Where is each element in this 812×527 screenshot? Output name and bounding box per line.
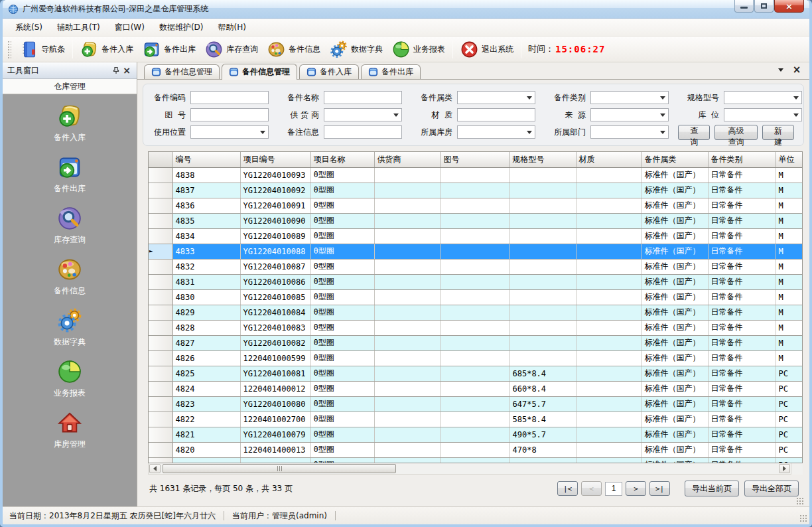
cell-unit[interactable]: PC xyxy=(776,457,802,463)
cell-unit[interactable]: M xyxy=(776,167,802,183)
cell-name[interactable]: 0型圈 xyxy=(310,183,374,198)
last-page-button[interactable]: >| xyxy=(649,481,670,496)
row-header-cell[interactable] xyxy=(149,198,172,213)
cell-supplier[interactable] xyxy=(374,320,440,335)
cell-project_no[interactable]: YG12204010087 xyxy=(240,259,310,274)
close-button[interactable] xyxy=(774,0,804,13)
cell-material[interactable] xyxy=(576,213,642,228)
cell-drawing[interactable] xyxy=(440,198,509,213)
cell-category[interactable]: 标准件（国产） xyxy=(642,335,708,350)
cell-drawing[interactable] xyxy=(440,412,509,427)
horizontal-scroll-track[interactable] xyxy=(161,463,778,474)
column-header[interactable]: 备件类别 xyxy=(708,152,776,167)
cell-spec[interactable] xyxy=(509,305,576,320)
cell-id[interactable]: 4838 xyxy=(172,167,240,183)
cell-spec[interactable] xyxy=(509,198,576,213)
row-header-cell[interactable] xyxy=(149,305,172,320)
cell-supplier[interactable] xyxy=(374,274,440,289)
toolbar-button[interactable]: 备件入库 xyxy=(76,38,138,60)
sidebar-item-parts-info[interactable]: 备件信息 xyxy=(54,257,86,297)
table-row[interactable]: 4825YG122040100810型圈685*8.4标准件（国产）日常备件PC xyxy=(149,366,802,381)
cell-material[interactable] xyxy=(576,427,642,442)
column-header[interactable]: 材质 xyxy=(576,152,642,167)
cell-drawing[interactable] xyxy=(440,366,509,381)
cell-material[interactable] xyxy=(576,244,642,259)
cell-unit[interactable]: M xyxy=(776,289,802,305)
cell-drawing[interactable] xyxy=(440,427,509,442)
cell-material[interactable] xyxy=(576,320,642,335)
cell-type[interactable]: 日常备件 xyxy=(708,289,776,305)
toolbar-button[interactable]: 备件信息 xyxy=(263,38,325,60)
cell-supplier[interactable] xyxy=(374,167,440,183)
cell-drawing[interactable] xyxy=(440,289,509,305)
cell-project_no[interactable]: YG12204010084 xyxy=(240,305,310,320)
cell-spec[interactable]: 647*5.7 xyxy=(509,396,576,412)
cell-category[interactable]: 标准件（国产） xyxy=(642,183,708,198)
cell-category[interactable]: 标准件（国产） xyxy=(642,457,708,463)
cell-project_no[interactable]: YG12204010089 xyxy=(240,228,310,244)
cell-spec[interactable] xyxy=(509,457,576,463)
cell-category[interactable]: 标准件（国产） xyxy=(642,305,708,320)
cell-type[interactable]: 日常备件 xyxy=(708,213,776,228)
cell-unit[interactable]: PC xyxy=(776,442,802,457)
cell-supplier[interactable] xyxy=(374,183,440,198)
cell-unit[interactable]: M xyxy=(776,228,802,244)
pin-icon[interactable] xyxy=(111,65,121,76)
cell-supplier[interactable] xyxy=(374,350,440,366)
table-row[interactable]: 4829YG122040100840型圈标准件（国产）日常备件M xyxy=(149,305,802,320)
tab-list-dropdown-icon[interactable] xyxy=(776,65,785,74)
sidebar-item-warehouse[interactable]: 库房管理 xyxy=(54,410,86,450)
new-button[interactable]: 新建 xyxy=(762,125,794,140)
cell-supplier[interactable] xyxy=(374,213,440,228)
first-page-button[interactable]: |< xyxy=(557,481,578,496)
cell-supplier[interactable] xyxy=(374,381,440,396)
cell-id[interactable]: 4830 xyxy=(172,289,240,305)
cell-type[interactable]: 日常备件 xyxy=(708,167,776,183)
cell-name[interactable]: 0型圈 xyxy=(310,289,374,305)
cell-type[interactable]: 日常备件 xyxy=(708,335,776,350)
cell-supplier[interactable] xyxy=(374,198,440,213)
cell-type[interactable]: 日常备件 xyxy=(708,320,776,335)
cell-name[interactable]: 0型圈 xyxy=(310,274,374,289)
cell-project_no[interactable]: YG12204010085 xyxy=(240,289,310,305)
panel-resize-grip[interactable] xyxy=(796,497,804,505)
cell-drawing[interactable] xyxy=(440,305,509,320)
cell-category[interactable]: 标准件（国产） xyxy=(642,167,708,183)
sidebar-item-stock-in[interactable]: 备件入库 xyxy=(54,104,86,143)
cell-unit[interactable]: M xyxy=(776,198,802,213)
cell-name[interactable]: 0型圈 xyxy=(310,442,374,457)
cell-project_no[interactable]: YG12204010086 xyxy=(240,274,310,289)
table-row[interactable]: 4830YG122040100850型圈标准件（国产）日常备件M xyxy=(149,289,802,305)
cell-name[interactable]: 0型圈 xyxy=(310,305,374,320)
row-header-cell[interactable] xyxy=(149,412,172,427)
cell-material[interactable] xyxy=(576,442,642,457)
cell-name[interactable]: 0型圈 xyxy=(310,366,374,381)
text-input[interactable] xyxy=(457,108,535,121)
cell-supplier[interactable] xyxy=(374,244,440,259)
toolbar-button[interactable]: 库存查询 xyxy=(200,38,263,60)
cell-id[interactable] xyxy=(172,457,240,463)
sidebar-section-title[interactable]: 仓库管理 xyxy=(3,79,137,94)
row-header-cell[interactable] xyxy=(149,381,172,396)
cell-supplier[interactable] xyxy=(374,305,440,320)
text-input[interactable] xyxy=(324,125,402,139)
sidebar-item-stock-out[interactable]: 备件出库 xyxy=(54,155,86,194)
row-header-cell[interactable] xyxy=(149,457,172,463)
cell-unit[interactable]: M xyxy=(776,320,802,335)
row-header-cell[interactable] xyxy=(149,259,172,274)
dropdown-select[interactable] xyxy=(590,91,669,104)
cell-name[interactable]: 0型圈 xyxy=(310,396,374,412)
column-header[interactable]: 备件属类 xyxy=(642,152,708,167)
cell-name[interactable]: 0型圈 xyxy=(310,167,374,183)
cell-drawing[interactable] xyxy=(440,213,509,228)
cell-drawing[interactable] xyxy=(440,274,509,289)
cell-unit[interactable]: M xyxy=(776,335,802,350)
toolbar-button[interactable]: 备件出库 xyxy=(138,38,200,60)
cell-name[interactable]: 0型圈 xyxy=(310,457,374,463)
tab-2[interactable]: 备件信息管理 xyxy=(222,64,297,80)
text-input[interactable] xyxy=(324,91,402,104)
cell-supplier[interactable] xyxy=(374,289,440,305)
cell-material[interactable] xyxy=(576,274,642,289)
statusbar-resize-grip[interactable] xyxy=(799,514,807,522)
cell-material[interactable] xyxy=(576,183,642,198)
